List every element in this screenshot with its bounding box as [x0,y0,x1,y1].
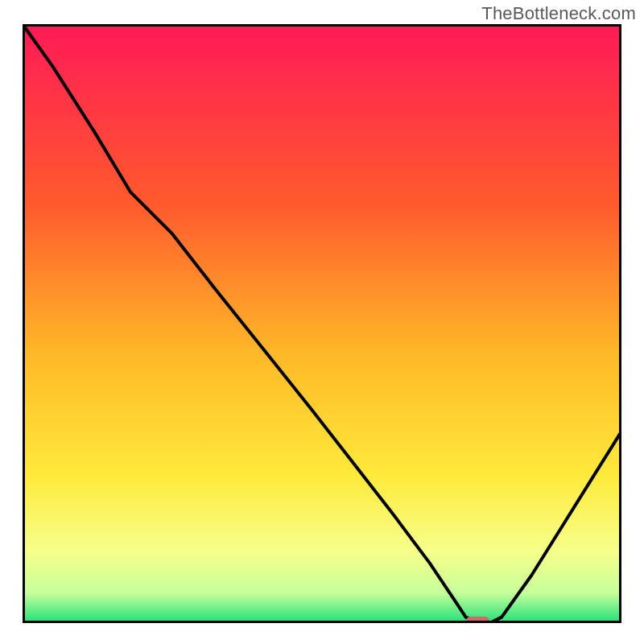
chart-svg [23,24,621,623]
chart-root: TheBottleneck.com [0,0,644,644]
plot-area [23,24,621,623]
watermark-text: TheBottleneck.com [481,3,636,24]
gradient-background [23,24,621,623]
